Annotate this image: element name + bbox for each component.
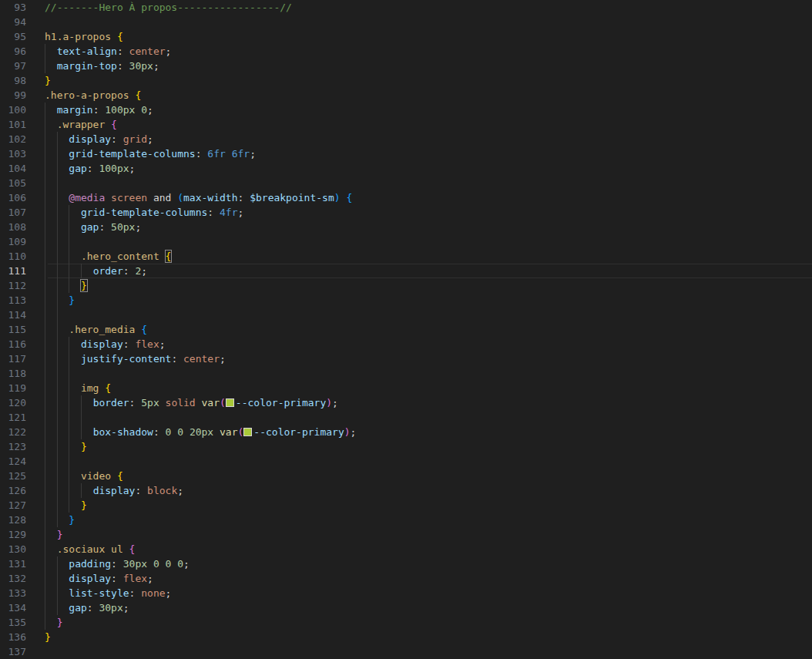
code-token: center xyxy=(183,353,220,365)
code-token: order xyxy=(93,265,123,277)
code-line[interactable] xyxy=(0,366,812,381)
code-token: 0 xyxy=(153,558,159,570)
code-line[interactable]: grid-template-columns: 4fr; xyxy=(0,205,812,220)
code-token: max-width xyxy=(183,192,237,203)
indent-guide xyxy=(69,454,69,469)
code-line[interactable]: img { xyxy=(0,381,812,395)
code-line[interactable]: } xyxy=(0,513,812,527)
code-line[interactable]: } xyxy=(0,615,812,630)
indent-guide xyxy=(69,351,69,366)
color-swatch[interactable] xyxy=(226,398,234,407)
code-line[interactable]: border: 5px solid var(--color-primary); xyxy=(0,395,812,410)
indent-guide xyxy=(57,351,58,366)
code-line[interactable]: display: flex; xyxy=(0,571,812,586)
code-line[interactable] xyxy=(0,454,812,469)
indent-guide xyxy=(45,278,45,293)
code-line[interactable]: } xyxy=(0,630,812,644)
code-token: { xyxy=(105,382,111,394)
code-token: 6fr xyxy=(232,148,250,160)
code-line[interactable] xyxy=(0,176,812,190)
code-line[interactable]: @media screen and (max-width: $breakpoin… xyxy=(0,190,812,205)
code-line[interactable] xyxy=(0,15,812,29)
code-line[interactable]: } xyxy=(0,278,812,293)
code-line[interactable]: } xyxy=(0,73,812,88)
indent-guide xyxy=(45,293,45,308)
code-token: } xyxy=(57,617,63,628)
code-line[interactable]: gap: 30px; xyxy=(0,600,812,615)
color-swatch[interactable] xyxy=(243,428,252,436)
indent-guide xyxy=(45,249,45,264)
indent-guide xyxy=(45,542,45,556)
indent-guide xyxy=(45,103,45,117)
code-line[interactable]: list-style: none; xyxy=(0,586,812,600)
code-token: --color-primary xyxy=(236,397,326,409)
code-line[interactable]: video { xyxy=(0,469,812,483)
code-token: @media xyxy=(69,192,105,203)
code-token xyxy=(45,470,81,482)
code-line[interactable]: margin-top: 30px; xyxy=(0,59,812,73)
indent-guide xyxy=(45,381,45,395)
code-line[interactable]: padding: 30px 0 0 0; xyxy=(0,556,812,571)
code-token: gap xyxy=(69,602,86,614)
indent-guide xyxy=(69,381,69,395)
indent-guide xyxy=(45,439,45,454)
code-token xyxy=(45,441,81,452)
indent-guide xyxy=(45,44,45,59)
code-line[interactable]: .hero_media { xyxy=(0,322,812,337)
code-line[interactable] xyxy=(0,410,812,425)
indent-guide xyxy=(57,205,58,220)
code-token: ; xyxy=(237,207,243,218)
code-token: : xyxy=(123,338,136,350)
indent-guide xyxy=(57,146,58,161)
code-token: ; xyxy=(123,602,129,614)
code-token: ; xyxy=(147,104,153,116)
code-line[interactable]: display: flex; xyxy=(0,337,812,351)
code-token: : xyxy=(117,45,129,57)
code-line[interactable]: .wrapper { xyxy=(0,117,812,132)
indent-guide xyxy=(57,381,58,395)
code-token: : xyxy=(87,163,99,174)
code-line[interactable]: grid-template-columns: 6fr 6fr; xyxy=(0,146,812,161)
code-token: : xyxy=(238,192,250,203)
code-token xyxy=(45,499,81,511)
indent-guide xyxy=(57,483,58,498)
code-line[interactable] xyxy=(0,644,812,659)
code-line[interactable]: h1.a-propos { xyxy=(0,29,812,44)
code-token: img xyxy=(81,382,99,394)
code-line[interactable]: margin: 100px 0; xyxy=(0,103,812,117)
code-line[interactable]: order: 2; xyxy=(0,264,812,278)
code-line[interactable]: box-shadow: 0 0 20px var(--color-primary… xyxy=(0,425,812,439)
code-line[interactable]: } xyxy=(0,498,812,513)
code-line[interactable]: display: block; xyxy=(0,483,812,498)
indent-guide xyxy=(81,264,82,278)
code-token: ; xyxy=(129,163,136,174)
code-line[interactable]: .hero_content { xyxy=(0,249,812,264)
indent-guide xyxy=(81,483,82,498)
code-token: var xyxy=(220,426,237,438)
code-token: { xyxy=(346,192,352,203)
code-token xyxy=(105,192,111,203)
code-line[interactable]: .sociaux ul { xyxy=(0,542,812,556)
code-line[interactable]: //-------Hero À propos-----------------/… xyxy=(0,0,812,15)
indent-guide xyxy=(69,234,69,249)
code-token: 20px xyxy=(190,426,213,438)
indent-guide xyxy=(45,337,45,351)
code-line[interactable]: gap: 50px; xyxy=(0,220,812,234)
code-line[interactable]: } xyxy=(0,439,812,454)
code-line[interactable] xyxy=(0,234,812,249)
indent-guide xyxy=(57,132,58,146)
code-token: ) xyxy=(326,397,332,409)
code-token xyxy=(159,397,166,409)
code-line[interactable]: } xyxy=(0,527,812,542)
code-token: grid-template-columns xyxy=(81,207,207,218)
code-line[interactable]: justify-content: center; xyxy=(0,351,812,366)
code-line[interactable]: display: grid; xyxy=(0,132,812,146)
code-token: display xyxy=(81,338,123,350)
code-line[interactable]: gap: 100px; xyxy=(0,161,812,176)
code-token: { xyxy=(135,89,141,101)
code-line[interactable]: } xyxy=(0,293,812,308)
code-line[interactable] xyxy=(0,308,812,322)
code-line[interactable]: .hero-a-propos { xyxy=(0,88,812,103)
code-line[interactable]: text-align: center; xyxy=(0,44,812,59)
indent-guide xyxy=(57,410,58,425)
